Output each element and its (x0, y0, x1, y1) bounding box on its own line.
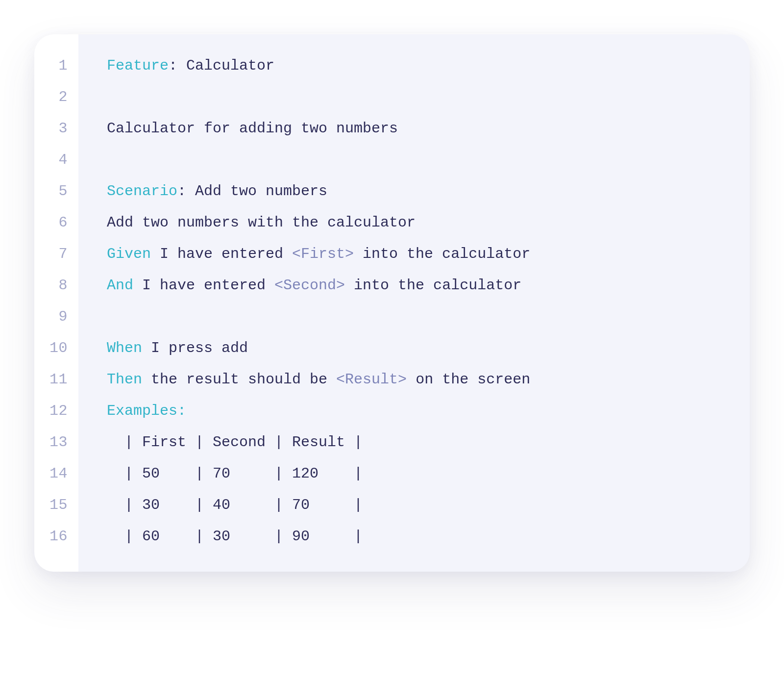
line-number: 3 (58, 113, 78, 144)
token-txt: the result should be (142, 371, 336, 388)
token-kw: Scenario (107, 183, 177, 200)
token-kw: And (107, 277, 133, 294)
code-line (107, 144, 730, 176)
code-text: Feature: Calculator (107, 57, 274, 74)
line-number: 5 (58, 176, 78, 207)
code-line (107, 301, 730, 332)
line-number: 6 (58, 207, 78, 238)
code-text: Then the result should be <Result> on th… (107, 371, 530, 388)
line-number: 14 (49, 458, 78, 489)
line-number-gutter: 12345678910111213141516 (34, 34, 78, 572)
code-line: Scenario: Add two numbers (107, 176, 730, 207)
token-kw: Feature (107, 57, 169, 74)
code-text: Scenario: Add two numbers (107, 183, 327, 200)
code-area: Feature: CalculatorCalculator for adding… (78, 34, 750, 572)
code-line: Calculator for adding two numbers (107, 113, 730, 144)
token-txt: Calculator for adding two numbers (107, 120, 398, 137)
line-number: 1 (58, 50, 78, 81)
code-line: Add two numbers with the calculator (107, 207, 730, 238)
code-line: | First | Second | Result | (107, 427, 730, 458)
line-number: 7 (58, 238, 78, 270)
token-txt: : Calculator (169, 57, 274, 74)
token-txt: on the screen (407, 371, 530, 388)
code-line: Then the result should be <Result> on th… (107, 364, 730, 395)
line-number: 8 (58, 270, 78, 301)
code-line: And I have entered <Second> into the cal… (107, 270, 730, 301)
token-txt: : Add two numbers (177, 183, 327, 200)
token-txt: Add two numbers with the calculator (107, 214, 416, 231)
line-number: 11 (49, 364, 78, 395)
line-number: 10 (49, 332, 78, 364)
token-txt: | 30 | 40 | 70 | (107, 497, 363, 513)
code-card: 12345678910111213141516 Feature: Calcula… (34, 34, 750, 572)
token-txt: | 50 | 70 | 120 | (107, 465, 363, 482)
code-line: | 30 | 40 | 70 | (107, 489, 730, 521)
code-text: Calculator for adding two numbers (107, 120, 398, 137)
line-number: 16 (49, 521, 78, 552)
code-line (107, 81, 730, 113)
code-line: | 50 | 70 | 120 | (107, 458, 730, 489)
token-txt: into the calculator (354, 246, 530, 262)
code-line: Given I have entered <First> into the ca… (107, 238, 730, 270)
code-line: Examples: (107, 395, 730, 427)
token-txt: I have entered (133, 277, 274, 294)
line-number: 15 (49, 489, 78, 521)
token-kw: Examples: (107, 403, 186, 419)
token-param: <First> (292, 246, 354, 262)
code-text: | 50 | 70 | 120 | (107, 465, 363, 482)
code-line: Feature: Calculator (107, 50, 730, 81)
line-number: 2 (58, 81, 78, 113)
code-text: When I press add (107, 340, 248, 356)
token-kw: When (107, 340, 142, 356)
code-text: | First | Second | Result | (107, 434, 363, 451)
token-txt: into the calculator (345, 277, 521, 294)
token-txt: | First | Second | Result | (107, 434, 363, 451)
line-number: 4 (58, 144, 78, 176)
token-txt: I press add (142, 340, 248, 356)
code-text: Examples: (107, 403, 186, 419)
code-text: | 30 | 40 | 70 | (107, 497, 363, 513)
code-text: And I have entered <Second> into the cal… (107, 277, 521, 294)
token-txt: I have entered (151, 246, 292, 262)
token-kw: Then (107, 371, 142, 388)
token-txt: | 60 | 30 | 90 | (107, 528, 363, 545)
code-text: Given I have entered <First> into the ca… (107, 246, 530, 262)
line-number: 12 (49, 395, 78, 427)
code-text: Add two numbers with the calculator (107, 214, 416, 231)
token-param: <Second> (274, 277, 345, 294)
code-line: When I press add (107, 332, 730, 364)
line-number: 13 (49, 427, 78, 458)
code-text: | 60 | 30 | 90 | (107, 528, 363, 545)
code-line: | 60 | 30 | 90 | (107, 521, 730, 552)
token-param: <Result> (336, 371, 407, 388)
line-number: 9 (58, 301, 78, 332)
token-kw: Given (107, 246, 151, 262)
